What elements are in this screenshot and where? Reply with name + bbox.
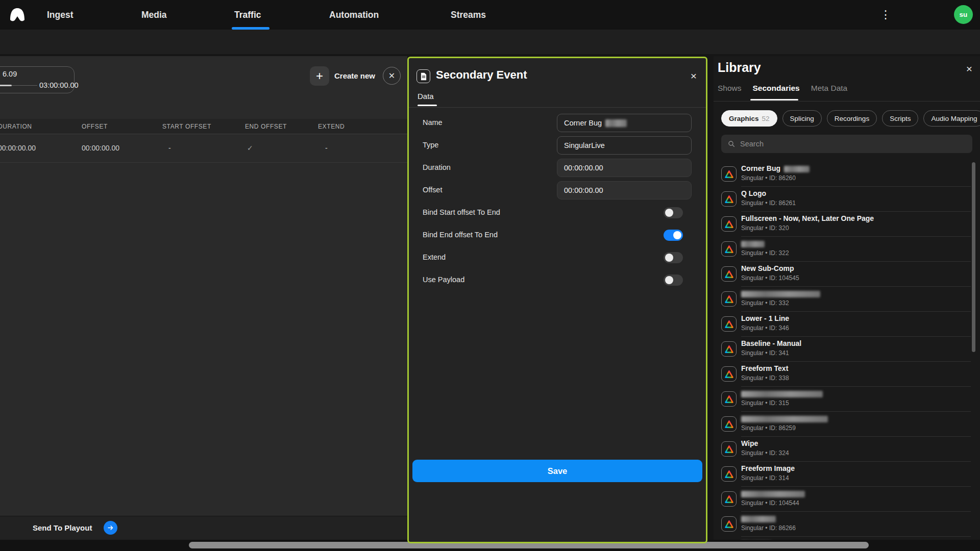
item-title: Freeform Text [741,364,788,372]
field-label-bind-end-offset-to-end: Bind End offset To End [423,231,498,239]
library-list-item[interactable]: Singular • ID: 86266 [714,511,974,536]
item-meta: Singular • ID: 322 [741,249,789,257]
send-arrow-icon[interactable] [104,521,117,535]
filter-chip-scripts[interactable]: Scripts [882,110,918,127]
app-root: IngestMediaTrafficAutomationStreams ⋮ su… [0,0,980,551]
library-list-item[interactable]: Singular • ID: 322 [714,236,974,261]
nav-item-media[interactable]: Media [141,0,167,30]
library-tab-meta-data[interactable]: Meta Data [811,84,848,93]
item-title [741,514,776,522]
modal-header-divider [409,107,706,108]
field-label-type: Type [423,141,438,149]
toggle-extend[interactable] [664,252,683,263]
singular-logo-icon [721,291,737,307]
singular-logo-icon [721,416,737,432]
column-header-offset: OFFSET [82,119,108,134]
nav-item-ingest[interactable]: Ingest [47,0,74,30]
create-new-plus-icon[interactable]: + [310,66,329,86]
app-logo-icon[interactable] [7,5,28,27]
top-nav: IngestMediaTrafficAutomationStreams ⋮ su [0,0,980,30]
singular-logo-icon [721,166,737,182]
library-list-item[interactable]: WipeSingular • ID: 324 [714,436,974,461]
redacted-text [605,119,627,127]
library-list-item[interactable]: New Sub-CompSingular • ID: 104545 [714,261,974,286]
redacted-text [784,166,810,172]
library-list-item[interactable]: Freeform ImageSingular • ID: 314 [714,461,974,486]
playlist-panel: 6.09 03:00:00.00 + Create new ✕ DURATION… [0,56,407,540]
save-button[interactable]: Save [412,460,702,482]
modal-tab-data[interactable]: Data [418,92,434,101]
user-avatar[interactable]: su [954,5,973,24]
library-list-item[interactable] [714,536,974,540]
toggle-use-payload[interactable] [664,274,683,286]
toggle-bind-end-offset-to-end[interactable] [664,230,683,241]
row-divider [0,162,407,163]
item-meta: Singular • ID: 314 [741,474,789,482]
item-title: Freeform Image [741,464,795,472]
field-label-bind-start-offset-to-end: Bind Start offset To End [423,208,500,216]
create-new-button[interactable]: Create new [334,66,375,86]
library-list-item[interactable]: Singular • ID: 86259 [714,411,974,436]
column-header-end-offset: END OFFSET [245,119,287,134]
panel-close-button[interactable]: ✕ [383,67,401,85]
library-item-list: Corner BugSingular • ID: 86260Q LogoSing… [714,161,974,540]
library-list-item[interactable]: Corner BugSingular • ID: 86260 [714,161,974,186]
library-list-item[interactable]: Fullscreen - Now, Next, Later One PageSi… [714,211,974,236]
singular-logo-icon [721,341,737,357]
row-cell: - [168,144,171,152]
toggle-bind-start-offset-to-end[interactable] [664,207,683,218]
library-scrollbar-thumb[interactable] [972,162,975,352]
library-search-input[interactable]: Search [721,135,972,153]
toggle-knob [665,209,673,217]
modal-title: Secondary Event [436,68,527,82]
nav-item-streams[interactable]: Streams [451,0,486,30]
library-tab-secondaries[interactable]: Secondaries [753,84,800,93]
item-title: New Sub-Comp [741,264,794,272]
redacted-text [741,391,823,397]
item-title: Fullscreen - Now, Next, Later One Page [741,214,874,222]
item-title: Lower - 1 Line [741,314,789,322]
item-meta: Singular • ID: 104545 [741,274,799,282]
singular-logo-icon [721,391,737,407]
input-offset[interactable]: 00:00:00.00 [557,181,692,199]
nav-item-traffic[interactable]: Traffic [234,0,261,30]
library-list-item[interactable]: Singular • ID: 332 [714,286,974,311]
filter-chip-audio-mapping[interactable]: Audio Mapping [923,110,980,127]
row-cell: 00:00:00.00 [0,144,36,152]
time-range-bottom: 03:00:00.00 [39,81,79,89]
library-list-item[interactable]: Singular • ID: 315 [714,386,974,411]
filter-chip-splicing[interactable]: Splicing [782,110,822,127]
filter-chip-graphics[interactable]: Graphics52 [721,110,777,127]
input-duration[interactable]: 00:00:00.00 [557,159,692,177]
singular-logo-icon [721,516,737,532]
library-close-button[interactable]: × [962,61,977,77]
library-list-item[interactable]: Baseline - ManualSingular • ID: 341 [714,336,974,361]
send-to-playout-button[interactable]: Send To Playout [33,516,92,540]
modal-active-tab-underline [418,105,437,106]
field-label-duration: Duration [423,163,451,171]
library-tab-shows[interactable]: Shows [718,84,742,93]
library-list-item[interactable]: Q LogoSingular • ID: 86261 [714,186,974,211]
modal-close-button[interactable]: × [686,68,701,84]
item-title: Corner Bug [741,164,810,172]
item-divider [741,211,971,212]
input-type[interactable]: SingularLive [557,136,692,155]
time-range-box[interactable]: 6.09 03:00:00.00 [0,66,75,93]
nav-item-automation[interactable]: Automation [329,0,379,30]
filter-chip-recordings[interactable]: Recordings [827,110,877,127]
library-title: Library [718,60,761,75]
toggle-knob [665,254,673,262]
item-divider [741,236,971,237]
item-meta: Singular • ID: 86259 [741,424,796,432]
library-list-item[interactable]: Freeform TextSingular • ID: 338 [714,361,974,386]
item-divider [741,336,971,337]
toggle-knob [665,276,673,284]
library-list-item[interactable]: Singular • ID: 104544 [714,486,974,511]
field-label-extend: Extend [423,253,446,261]
singular-logo-icon [721,316,737,332]
input-name[interactable]: Corner Bug [557,114,692,132]
overflow-menu-button[interactable]: ⋮ [879,8,892,21]
item-divider [741,261,971,262]
library-list-item[interactable]: Lower - 1 LineSingular • ID: 346 [714,311,974,336]
library-filter-chips: Graphics52SplicingRecordingsScriptsAudio… [721,110,980,127]
